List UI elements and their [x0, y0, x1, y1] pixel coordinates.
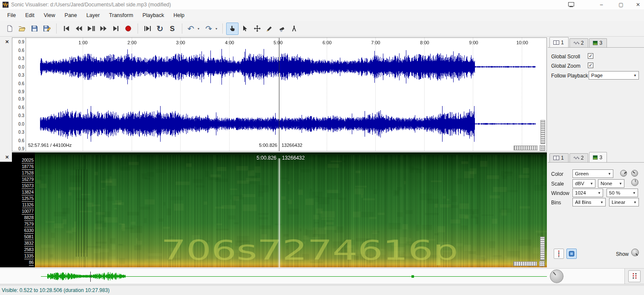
tab-label: 3 [599, 155, 602, 160]
select-tool-button[interactable] [239, 23, 251, 35]
menu-item-transform[interactable]: Transform [104, 11, 138, 20]
spectrogram-zoom-reset-grip[interactable] [539, 261, 545, 266]
undo-button[interactable]: ↶ [186, 23, 196, 35]
show-label: Show [616, 251, 629, 257]
global-scroll-row: Global Scroll [551, 54, 580, 60]
loop-playback-button[interactable]: ↻ [154, 23, 166, 35]
pane-tab-3[interactable]: 3 [589, 38, 607, 47]
bin-scale-select[interactable]: Linear ▼ [609, 198, 639, 206]
pane-tab-2[interactable]: 2 [569, 38, 589, 47]
playback-cursor[interactable] [279, 38, 279, 151]
dial-hand [635, 180, 636, 182]
cursor-frame-label: 13266432 [282, 143, 302, 148]
save-as-icon [43, 25, 51, 32]
close-button[interactable]: ✕ [632, 0, 644, 9]
menu-item-playback[interactable]: Playback [138, 11, 169, 20]
layer-tab-2[interactable]: 2 [569, 153, 589, 162]
fast-forward-button[interactable] [97, 23, 109, 35]
time-label: 7:00 [371, 40, 380, 45]
bins-select[interactable]: All Bins ▼ [572, 198, 606, 206]
edit-tool-button[interactable] [251, 23, 263, 35]
spectrogram-cursor-time-label: 5:00.826 [256, 155, 276, 161]
maximize-button[interactable]: ▢ [612, 0, 630, 9]
window-size-select[interactable]: 1024 ▼ [572, 189, 603, 197]
play-pause-button[interactable] [85, 23, 97, 35]
time-label: 1:00 [78, 40, 87, 45]
overview-canvas[interactable] [0, 269, 547, 284]
normalization-select[interactable]: None ▼ [598, 179, 624, 188]
toolbar-separator [222, 23, 223, 34]
global-scroll-checkbox[interactable]: ✓ [588, 53, 593, 59]
skip-to-start-button[interactable] [60, 23, 72, 35]
global-zoom-label: Global Zoom [551, 63, 581, 69]
skip-to-end-icon [112, 26, 119, 32]
eraser-icon [279, 26, 285, 32]
save-session-button[interactable] [28, 23, 40, 35]
freq-label: 2583 [24, 248, 34, 253]
color-select[interactable]: Green ▼ [572, 169, 613, 178]
vertical-zoom-wheel[interactable] [540, 120, 545, 144]
global-zoom-checkbox[interactable]: ✓ [588, 63, 593, 68]
spectrogram-canvas[interactable] [35, 152, 547, 267]
draw-tool-button[interactable] [263, 23, 276, 35]
spectrogram-horizontal-zoom-wheel[interactable] [513, 261, 537, 266]
close-spectrogram-pane-button[interactable]: ✕ [3, 154, 11, 161]
rewind-button[interactable] [72, 23, 85, 35]
menu-item-view[interactable]: View [39, 11, 60, 20]
threshold-dial[interactable] [631, 179, 638, 186]
horizontal-zoom-wheel[interactable] [514, 146, 538, 150]
spectrogram-cursor-frame-label: 13266432 [282, 155, 305, 161]
layer-tab-1[interactable]: 1 [549, 153, 569, 162]
overview-playback-cursor[interactable] [90, 272, 91, 282]
scale-select[interactable]: dBV ▼ [572, 179, 595, 188]
pane-tab-1[interactable]: 1 [549, 37, 569, 47]
open-file-button[interactable] [16, 23, 28, 35]
minimize-button[interactable]: – [593, 0, 610, 9]
app-icon [3, 2, 9, 8]
export-session-button[interactable] [40, 23, 53, 35]
spectrogram-pane[interactable]: 5:00.826 13266432 [35, 152, 547, 267]
solo-button[interactable]: S [166, 23, 178, 35]
close-waveform-pane-button[interactable]: ✕ [3, 38, 11, 46]
waveform-pane[interactable]: 1:00 2:00 3:00 4:00 5:00 6:00 7:00 8:00 … [26, 37, 547, 152]
layer-dots-button[interactable] [554, 249, 564, 259]
zoom-reset-grip[interactable] [540, 145, 545, 151]
undo-dropdown-arrow[interactable]: ▾ [196, 27, 201, 31]
menu-item-layer[interactable]: Layer [82, 11, 104, 20]
menu-item-help[interactable]: Help [169, 11, 189, 20]
new-session-button[interactable] [3, 23, 16, 35]
amp-label: 0.9 [18, 40, 24, 44]
measure-tool-button[interactable] [288, 23, 300, 35]
menu-item-edit[interactable]: Edit [20, 11, 39, 20]
erase-tool-button[interactable] [276, 23, 288, 35]
window-overlap-select[interactable]: 50 % ▼ [607, 189, 638, 197]
navigate-tool-button[interactable] [226, 23, 239, 35]
layer-spectrogram-button[interactable] [566, 249, 577, 259]
time-label: 9:00 [469, 40, 478, 45]
redo-dropdown-arrow[interactable]: ▾ [214, 27, 219, 31]
constrain-playback-button[interactable] [141, 23, 154, 35]
freq-label: 17528 [22, 171, 34, 176]
window-title: Sonic Visualiser: d:/Users/Jared/Documen… [11, 2, 171, 8]
layer-summary-button[interactable] [628, 270, 641, 282]
tab-label: 2 [581, 155, 584, 161]
follow-playback-select[interactable]: Page ▼ [589, 71, 639, 80]
new-document-icon [6, 25, 13, 32]
spectrogram-vertical-zoom-wheel[interactable] [540, 237, 545, 261]
show-dial[interactable] [631, 249, 639, 256]
layer-tabs: 1 2 3 [548, 152, 644, 163]
layer-tab-3[interactable]: 3 [589, 152, 607, 162]
menu-item-file[interactable]: File [3, 11, 20, 20]
menu-item-pane[interactable]: Pane [60, 11, 82, 20]
chevron-down-icon: ▼ [632, 74, 638, 77]
redo-button[interactable]: ↷ [204, 23, 214, 35]
titlebar-extra-icon[interactable] [568, 2, 574, 7]
gain-dial[interactable] [631, 170, 638, 177]
color-rotate-dial[interactable] [620, 170, 627, 177]
playback-speed-knob[interactable] [550, 269, 564, 283]
waveform-canvas[interactable] [26, 38, 546, 151]
freq-label: 12575 [22, 197, 34, 202]
record-button[interactable] [122, 23, 134, 35]
time-label: 6:00 [322, 40, 331, 45]
skip-to-end-button[interactable] [109, 23, 122, 35]
